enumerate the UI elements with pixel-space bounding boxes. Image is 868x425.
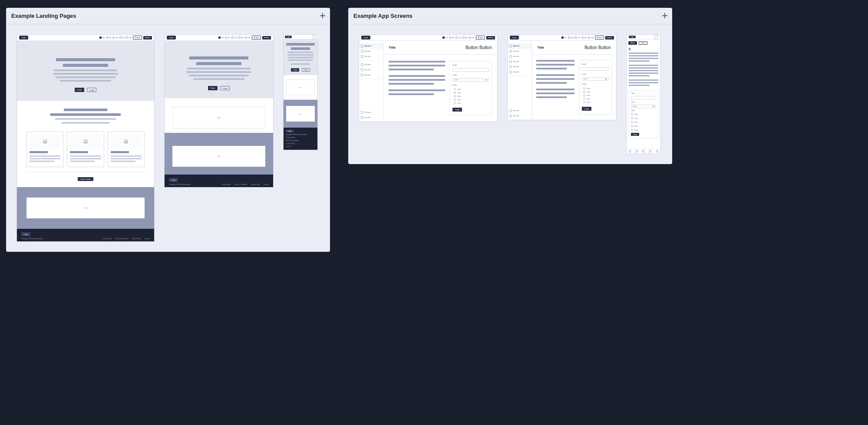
sidebar-item[interactable]: Nav item: [359, 43, 383, 49]
header-button-solid[interactable]: Button: [598, 45, 611, 50]
radio-option[interactable]: Value: [454, 92, 489, 94]
radio-option[interactable]: Value: [631, 125, 656, 127]
sidebar-item[interactable]: Nav item: [508, 69, 531, 75]
footer-link[interactable]: Privacy Policy: [286, 137, 315, 138]
nav-tab[interactable]: Tab: [225, 36, 230, 39]
nav-tab[interactable]: Tab: [218, 36, 224, 39]
sidebar-item[interactable]: Nav item: [508, 108, 531, 113]
radio-option[interactable]: Value: [583, 91, 609, 93]
text-input[interactable]: [452, 68, 489, 72]
nav-tab[interactable]: Tab: [119, 36, 125, 39]
slot[interactable]: Slot: [26, 198, 145, 218]
radio-option[interactable]: Value: [454, 95, 489, 97]
nav-tab[interactable]: Tab: [238, 36, 244, 39]
hero-secondary-button[interactable]: Large: [220, 86, 230, 90]
nav-tab[interactable]: Tab: [442, 36, 448, 39]
sidebar-item[interactable]: Nav item: [359, 115, 383, 120]
footer-logo[interactable]: Logo: [169, 178, 178, 182]
footer-link[interactable]: Cookie Policy: [251, 184, 260, 185]
select-input[interactable]: Select: [452, 78, 489, 82]
sidebar-item[interactable]: Nav item: [359, 54, 383, 59]
select-input[interactable]: Select: [582, 77, 609, 81]
nav-button-outline[interactable]: Button: [252, 36, 261, 40]
bottom-nav-item[interactable]: [649, 150, 651, 152]
hero-primary-button[interactable]: Large: [291, 68, 299, 72]
nav-tab[interactable]: Tab: [561, 36, 567, 39]
feature-card[interactable]: [108, 132, 145, 167]
sidebar-item[interactable]: Nav item: [508, 64, 531, 69]
select-input[interactable]: Select: [631, 105, 656, 108]
sidebar-item[interactable]: Nav item: [359, 72, 383, 78]
nav-button-solid[interactable]: Button: [486, 36, 495, 40]
nav-tab[interactable]: Tab: [126, 36, 131, 39]
header-button-solid[interactable]: Button: [479, 45, 492, 50]
radio-option[interactable]: Value: [583, 101, 609, 103]
artboard-app-desktop[interactable]: Logo Tab Tab Tab Tab Tab Button Button N…: [359, 34, 498, 122]
nav-tab[interactable]: Tab: [231, 36, 237, 39]
radio-option[interactable]: Value: [631, 117, 656, 119]
logo[interactable]: Logo: [361, 36, 370, 40]
nav-tab[interactable]: Tab: [581, 36, 587, 39]
footer-link[interactable]: Contact: [286, 146, 315, 148]
action-button-outline[interactable]: Button: [639, 41, 647, 45]
menu-icon[interactable]: [654, 35, 658, 39]
footer-logo[interactable]: Logo: [21, 232, 30, 236]
footer-link[interactable]: Privacy Policy: [221, 184, 231, 185]
radio-option[interactable]: Value: [631, 129, 656, 131]
sidebar-item[interactable]: Nav item: [359, 62, 383, 67]
footer-link[interactable]: Terms & Conditions: [286, 140, 315, 142]
artboard-landing-tablet[interactable]: Logo Tab Tab Tab Tab Tab Button Button L…: [164, 34, 274, 188]
header-button-outline[interactable]: Button: [465, 45, 478, 50]
move-icon[interactable]: [320, 13, 326, 19]
footer-link[interactable]: Cookie Policy: [132, 238, 141, 240]
submit-button[interactable]: Large: [452, 108, 462, 112]
text-input[interactable]: [631, 96, 656, 99]
nav-tab[interactable]: Tab: [469, 36, 474, 39]
nav-button-solid[interactable]: Button: [143, 36, 152, 40]
logo[interactable]: Logo: [629, 36, 636, 38]
radio-option[interactable]: Value: [454, 88, 489, 90]
radio-option[interactable]: Value: [631, 121, 656, 123]
nav-tab[interactable]: Tab: [462, 36, 468, 39]
artboard-app-tablet[interactable]: Logo Tab Tab Tab Tab Tab Button Button N…: [507, 34, 617, 120]
submit-button[interactable]: Large: [631, 133, 639, 136]
feature-card[interactable]: [67, 132, 104, 167]
footer-link[interactable]: Privacy Policy: [102, 238, 112, 240]
radio-option[interactable]: Value: [583, 87, 609, 89]
bottom-nav-item[interactable]: [636, 150, 638, 152]
bottom-nav-item[interactable]: [629, 150, 631, 152]
header-button-outline[interactable]: Button: [584, 45, 597, 50]
artboard-landing-mobile[interactable]: Logo Large Large Slot Slot Logo: [283, 34, 318, 150]
hero-secondary-button[interactable]: Large: [87, 88, 96, 92]
slot[interactable]: Slot: [286, 79, 315, 95]
radio-option[interactable]: Value: [454, 99, 489, 101]
menu-icon[interactable]: [312, 35, 316, 39]
bottom-nav-item[interactable]: [656, 150, 658, 152]
slot[interactable]: Slot: [286, 106, 315, 122]
logo[interactable]: Logo: [510, 36, 519, 40]
sidebar-item[interactable]: Nav item: [508, 113, 531, 119]
nav-button-outline[interactable]: Button: [133, 36, 142, 40]
radio-option[interactable]: Value: [454, 102, 489, 104]
slot[interactable]: Slot: [172, 107, 265, 128]
nav-tab[interactable]: Tab: [588, 36, 593, 39]
bottom-nav-item[interactable]: [642, 150, 644, 152]
hero-primary-button[interactable]: Large: [208, 86, 218, 90]
nav-tab[interactable]: Tab: [449, 36, 454, 39]
artboard-landing-desktop[interactable]: Logo Tab Tab Tab Tab Tab Button Button L…: [17, 34, 155, 242]
nav-button-solid[interactable]: Button: [262, 36, 271, 40]
hero-secondary-button[interactable]: Large: [302, 68, 310, 72]
sidebar-item[interactable]: Nav item: [508, 49, 531, 54]
sidebar-item[interactable]: Nav item: [508, 59, 531, 64]
artboard-app-mobile[interactable]: Logo Button Button Label Label Select La…: [626, 34, 661, 154]
footer-link[interactable]: Cookie Policy: [286, 143, 315, 145]
nav-tab[interactable]: Tab: [455, 36, 461, 39]
nav-tab[interactable]: Tab: [245, 36, 250, 39]
nav-tab[interactable]: Tab: [99, 36, 105, 39]
nav-tab[interactable]: Tab: [106, 36, 111, 39]
nav-button-solid[interactable]: Button: [605, 36, 614, 40]
nav-tab[interactable]: Tab: [112, 36, 118, 39]
nav-tab[interactable]: Tab: [568, 36, 573, 39]
move-icon[interactable]: [662, 13, 668, 19]
action-button-solid[interactable]: Button: [628, 41, 637, 45]
